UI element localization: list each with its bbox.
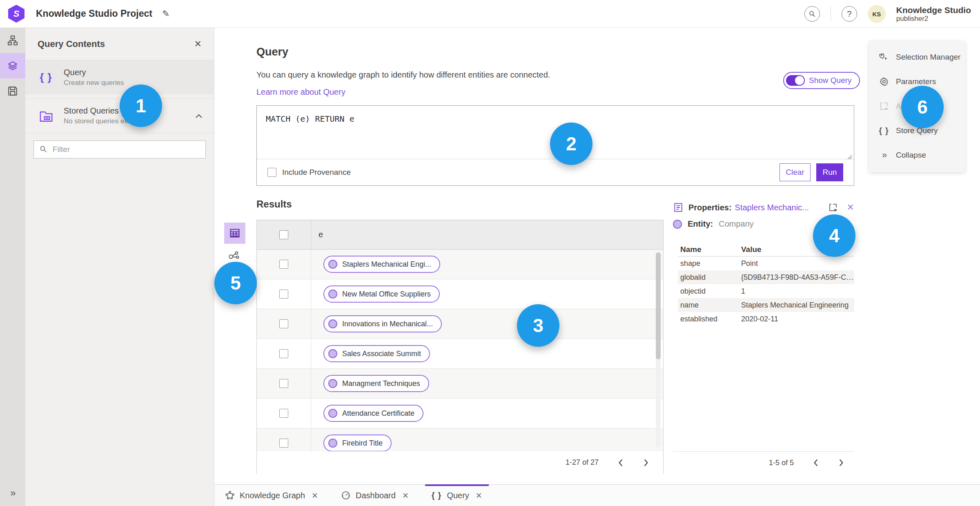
- entity-chip[interactable]: Attendance Certificate: [323, 405, 423, 422]
- entity-type-icon: [328, 260, 337, 269]
- panel-close-icon[interactable]: ✕: [194, 40, 202, 49]
- entity-type-icon: [328, 290, 337, 299]
- chevron-left-icon[interactable]: [813, 459, 819, 467]
- results-pagination: 1-27 of 27: [257, 451, 663, 474]
- search-icon: [808, 10, 816, 18]
- entity-chip[interactable]: Firebird Title: [323, 435, 392, 451]
- results-body: Staplers Mechanical Engi...New Metal Off…: [257, 250, 663, 451]
- add-to-new-icon: [879, 101, 889, 111]
- scrollbar-thumb[interactable]: [656, 252, 661, 359]
- toggle-switch[interactable]: [786, 75, 805, 86]
- annotation-callout-5: 5: [214, 262, 257, 304]
- collapse-icon: »: [879, 150, 889, 160]
- chevron-right-icon[interactable]: [643, 459, 649, 467]
- table-row: Sales Associate Summit: [257, 339, 663, 369]
- row-checkbox[interactable]: [279, 349, 288, 358]
- menu-item-label: Selection Manager: [896, 53, 960, 62]
- entity-chip[interactable]: Managment Techniques: [323, 375, 429, 392]
- entity-chip-label: Innovations in Mechanical...: [342, 320, 433, 328]
- property-value: Point: [741, 259, 854, 268]
- clear-button[interactable]: Clear: [780, 163, 811, 181]
- property-value: {5D9B4713-F98D-4A53-A59F-C11...: [741, 273, 854, 282]
- tab-knowledge-graph[interactable]: Knowledge Graph ✕: [223, 485, 321, 506]
- close-tab-icon[interactable]: ✕: [402, 491, 409, 500]
- row-checkbox[interactable]: [279, 409, 288, 418]
- rail-save-button[interactable]: [0, 78, 25, 104]
- app-logo-icon[interactable]: S: [8, 5, 24, 23]
- chevron-up-icon[interactable]: [195, 114, 203, 118]
- select-all-checkbox[interactable]: [279, 230, 288, 239]
- item-title: Query: [64, 68, 124, 77]
- selection-manager-button[interactable]: Selection Manager: [869, 45, 965, 69]
- rail-data-model-button[interactable]: [0, 28, 25, 53]
- project-title: Knowledge Studio Project: [36, 8, 152, 19]
- results-heading: Results: [256, 198, 292, 210]
- avatar[interactable]: KS: [868, 5, 886, 23]
- properties-close-icon[interactable]: ✕: [847, 203, 854, 212]
- entity-chip[interactable]: Staplers Mechanical Engi...: [323, 256, 440, 273]
- row-checkbox[interactable]: [279, 439, 288, 448]
- dashboard-icon: [341, 490, 351, 500]
- properties-pagination: 1-5 of 5: [673, 451, 854, 474]
- entity-chip[interactable]: Innovations in Mechanical...: [323, 315, 442, 332]
- entity-chip[interactable]: New Metal Office Suppliers: [323, 285, 440, 303]
- braces-icon: { }: [432, 491, 442, 500]
- properties-range-label: 1-5 of 5: [769, 459, 794, 467]
- entity-type-icon: [328, 409, 337, 418]
- col-name: Name: [678, 245, 741, 254]
- edit-title-icon[interactable]: ✎: [162, 9, 169, 19]
- tab-dashboard[interactable]: Dashboard ✕: [339, 485, 411, 506]
- row-checkbox[interactable]: [279, 379, 288, 388]
- close-tab-icon[interactable]: ✕: [476, 491, 482, 500]
- rail-contents-button[interactable]: [0, 53, 25, 78]
- tab-query[interactable]: { } Query ✕: [429, 485, 485, 506]
- user-name: Knowledge Studio: [896, 5, 971, 15]
- search-button[interactable]: [804, 6, 820, 22]
- entity-type-icon: [328, 379, 337, 388]
- row-checkbox[interactable]: [279, 319, 288, 328]
- annotation-callout-6: 6: [901, 86, 944, 128]
- query-workspace: Query You can query a knowledge graph to…: [214, 28, 980, 484]
- help-button[interactable]: ?: [842, 6, 857, 22]
- contents-item-query[interactable]: { } Query Create new queries: [25, 60, 214, 94]
- resize-handle[interactable]: [846, 154, 852, 184]
- chevron-right-icon[interactable]: [838, 459, 844, 467]
- left-rail: »: [0, 28, 25, 506]
- table-row: Firebird Title: [257, 428, 663, 451]
- user-role: publisher2: [896, 15, 971, 22]
- table-row: Staplers Mechanical Engi...: [257, 250, 663, 279]
- expand-rail-button[interactable]: »: [0, 487, 25, 499]
- results-scrollbar: [656, 252, 661, 448]
- properties-rows: shapePointglobalid{5D9B4713-F98D-4A53-A5…: [678, 256, 854, 326]
- collapse-button[interactable]: » Collapse: [869, 143, 965, 167]
- row-checkbox[interactable]: [279, 290, 288, 299]
- show-query-label: Show Query: [809, 76, 852, 85]
- entity-label: Entity:: [688, 219, 713, 229]
- tab-label: Dashboard: [356, 491, 396, 500]
- filter-input[interactable]: [33, 140, 206, 158]
- learn-more-link[interactable]: Learn more about Query: [256, 87, 345, 97]
- row-checkbox[interactable]: [279, 260, 288, 269]
- property-name: objectid: [678, 287, 741, 296]
- layers-icon: [7, 60, 18, 71]
- entity-chip-label: Sales Associate Summit: [342, 350, 421, 358]
- entity-chip-label: Staplers Mechanical Engi...: [342, 260, 431, 269]
- header-divider: [831, 7, 831, 21]
- table-view-button[interactable]: [224, 223, 245, 244]
- entity-type-icon: [328, 319, 337, 328]
- add-to-new-icon[interactable]: [828, 203, 838, 212]
- column-header-e: e: [311, 220, 663, 249]
- close-tab-icon[interactable]: ✕: [312, 491, 318, 500]
- table-row: Innovations in Mechanical...: [257, 309, 663, 339]
- chevron-left-icon[interactable]: [617, 459, 624, 467]
- run-button[interactable]: Run: [816, 163, 843, 181]
- property-row: shapePoint: [678, 256, 854, 270]
- results-table: e Staplers Mechanical Engi...New Metal O…: [256, 220, 664, 474]
- property-name: name: [678, 301, 741, 310]
- include-provenance-checkbox[interactable]: [267, 168, 276, 177]
- link-chart-icon: [228, 250, 240, 261]
- link-chart-view-button[interactable]: [228, 250, 240, 261]
- entity-chip[interactable]: Sales Associate Summit: [323, 345, 430, 362]
- show-query-toggle[interactable]: Show Query: [783, 72, 860, 89]
- properties-entity-link[interactable]: Staplers Mechanic...: [735, 203, 809, 212]
